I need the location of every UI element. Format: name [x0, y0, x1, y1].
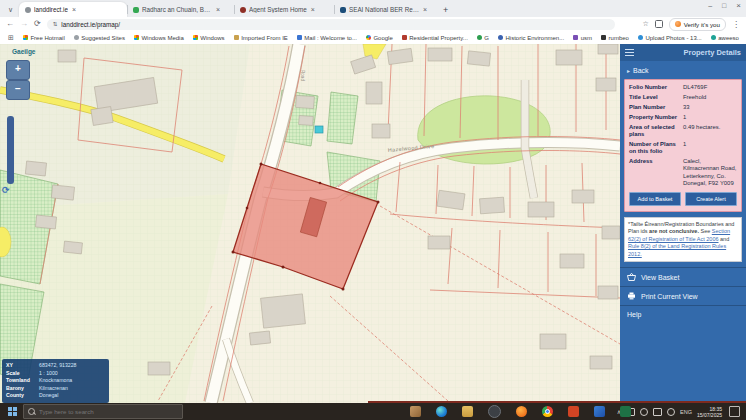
- disclaimer-note: *Tailte Éireann/Registration Boundaries …: [624, 217, 742, 263]
- address-bar[interactable]: ⇅ landdirect.ie/pramap/: [47, 19, 615, 30]
- tab-seai-ber[interactable]: SEAI National BER Register ×: [334, 2, 438, 17]
- close-tab-icon[interactable]: ×: [311, 6, 315, 13]
- search-icon: [28, 408, 35, 415]
- photos-icon[interactable]: [594, 406, 605, 417]
- bookmark-item[interactable]: Free Hotmail: [23, 35, 65, 41]
- windows-icon: [134, 35, 139, 40]
- taskbar-app-icons: [410, 403, 631, 420]
- back-icon[interactable]: ←: [6, 20, 14, 28]
- back-link[interactable]: ▸ Back: [620, 61, 746, 79]
- screen: { "browser": { "tabs": [ {"title": "land…: [0, 0, 746, 420]
- panel-title: Property Details: [683, 48, 741, 57]
- onedrive-tray-icon[interactable]: [640, 408, 648, 416]
- edge-icon[interactable]: [436, 406, 447, 417]
- bookmark-item[interactable]: G: [477, 35, 489, 41]
- network-tray-icon[interactable]: [653, 408, 662, 416]
- bookmark-item[interactable]: usm: [573, 35, 592, 41]
- office-app-icon[interactable]: [568, 406, 579, 417]
- window-controls: – □ ×: [708, 1, 741, 10]
- folder-icon: [234, 35, 239, 40]
- site-icon: [402, 35, 407, 40]
- forward-icon[interactable]: →: [20, 20, 28, 28]
- create-alert-button[interactable]: Create Alert: [685, 192, 737, 206]
- maximize-icon[interactable]: □: [722, 2, 726, 9]
- chrome-icon[interactable]: [542, 406, 553, 417]
- file-explorer-icon[interactable]: [462, 406, 473, 417]
- bookmark-item[interactable]: Historic Environmen...: [498, 35, 564, 41]
- new-tab-button[interactable]: +: [443, 5, 448, 15]
- bookmark-item[interactable]: Google: [366, 35, 393, 41]
- bookmark-folder[interactable]: Imported From IE: [234, 35, 288, 41]
- google-icon: [366, 35, 371, 40]
- help-item[interactable]: Help: [620, 305, 746, 323]
- bookmark-item[interactable]: Mail : Welcome to...: [297, 35, 357, 41]
- bookmark-item[interactable]: Windows Media: [134, 35, 184, 41]
- app-box-icon[interactable]: [410, 406, 421, 417]
- windows-taskbar: ∧ ENG 18:35 15/07/2025: [0, 403, 746, 420]
- tab-landdirect[interactable]: landdirect.ie ×: [19, 2, 127, 17]
- avatar: [675, 21, 681, 27]
- search-icon: [74, 35, 79, 40]
- site-info-icon[interactable]: ⇅: [53, 21, 58, 27]
- zoom-in-button[interactable]: +: [6, 60, 30, 80]
- taskbar-search[interactable]: [23, 404, 183, 419]
- tab-agent-system[interactable]: Agent System Home ×: [234, 2, 334, 17]
- orange-app-icon[interactable]: [516, 406, 527, 417]
- minimize-icon[interactable]: –: [708, 2, 712, 9]
- apps-grid-icon[interactable]: ⊞: [8, 34, 14, 42]
- volume-tray-icon[interactable]: [667, 408, 675, 416]
- search-input[interactable]: [39, 408, 178, 415]
- tab-strip: ∨ landdirect.ie × Radharc an Chuain, Bal…: [0, 0, 746, 17]
- site-icon: [601, 35, 606, 40]
- site-icon: [498, 35, 503, 40]
- field-row: AddressCalecl, Kilmacrennan Road, Letter…: [629, 158, 737, 188]
- close-tab-icon[interactable]: ×: [72, 6, 76, 13]
- language-link[interactable]: Gaeilge: [12, 48, 35, 55]
- language-indicator[interactable]: ENG: [680, 409, 692, 415]
- field-row: Folio NumberDL4769F: [629, 84, 737, 91]
- tab-search-icon[interactable]: ∨: [4, 3, 17, 16]
- reload-icon[interactable]: ⟳: [34, 20, 41, 28]
- refresh-icon[interactable]: ⟳: [2, 185, 10, 195]
- bookmark-item[interactable]: Windows: [193, 35, 225, 41]
- bookmark-item[interactable]: Suggested Sites: [74, 35, 125, 41]
- menu-icon[interactable]: [625, 49, 634, 56]
- field-row: Property Number1: [629, 114, 737, 121]
- action-center-icon[interactable]: [729, 406, 740, 417]
- printer-icon: [627, 292, 636, 300]
- taskbar-clock[interactable]: 18:35 15/07/2025: [697, 406, 722, 418]
- close-tab-icon[interactable]: ×: [216, 6, 220, 13]
- print-current-view-item[interactable]: Print Current View: [620, 286, 746, 305]
- close-window-icon[interactable]: ×: [736, 1, 741, 10]
- bookmark-item[interactable]: Residential Property...: [402, 35, 468, 41]
- property-details-panel: Property Details ▸ Back Folio NumberDL47…: [620, 44, 746, 403]
- close-tab-icon[interactable]: ×: [423, 6, 427, 13]
- side-panel-icon[interactable]: [655, 20, 663, 28]
- map-info-box: XY683472, 913228 Scale1 : 1000 TownlandK…: [2, 359, 109, 403]
- excel-icon[interactable]: [620, 406, 631, 417]
- field-row: Area of selected plans0.49 hectares.: [629, 124, 737, 139]
- road-label-vertical: Road: [300, 70, 305, 81]
- basket-icon: [627, 273, 636, 281]
- bookmark-item[interactable]: rumbeo: [601, 35, 629, 41]
- folio-summary-card: Folio NumberDL4769F Title LevelFreehold …: [624, 79, 742, 212]
- verify-profile-button[interactable]: Verify it's you: [669, 18, 726, 31]
- start-button[interactable]: [8, 407, 17, 416]
- bookmark-item[interactable]: Upload Photos - 13...: [638, 35, 702, 41]
- tab-radharc[interactable]: Radharc an Chuain, Ballybo... ×: [127, 2, 234, 17]
- site-favicon: [340, 7, 346, 13]
- site-favicon: [133, 7, 139, 13]
- zoom-out-button[interactable]: −: [6, 80, 30, 100]
- field-row: Title LevelFreehold: [629, 94, 737, 101]
- view-basket-item[interactable]: View Basket: [620, 267, 746, 286]
- system-tray: ∧ ENG 18:35 15/07/2025: [617, 406, 742, 418]
- bookmark-star-icon[interactable]: ☆: [642, 20, 648, 28]
- map-zoom-slider[interactable]: [7, 116, 14, 184]
- bookmark-item[interactable]: aweeso: [711, 35, 739, 41]
- add-to-basket-button[interactable]: Add to Basket: [629, 192, 681, 206]
- browser-menu-icon[interactable]: ⋮: [732, 20, 740, 29]
- legal-link[interactable]: Rule 8(2) of the Land Registration Rules…: [628, 243, 726, 257]
- dark-app-icon[interactable]: [488, 405, 501, 418]
- map-viewport[interactable]: Hazelwood Drive Road Gaeilge + − ⟳ XY683…: [0, 44, 620, 403]
- globe-favicon: [25, 7, 31, 13]
